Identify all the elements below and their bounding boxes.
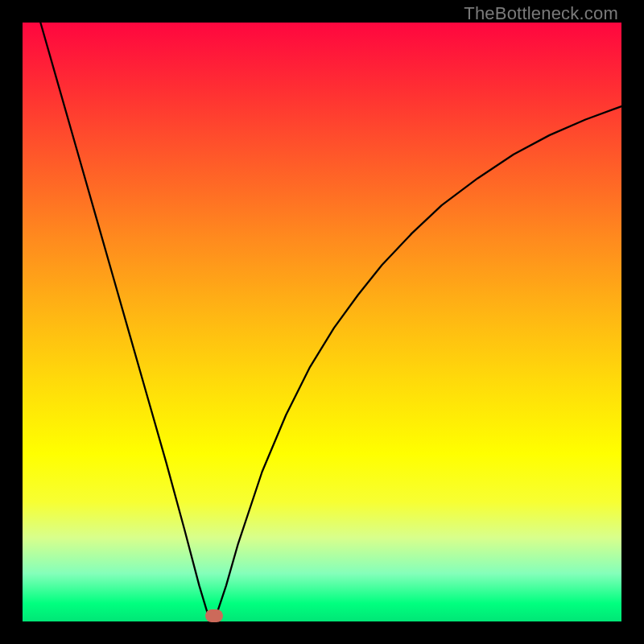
optimum-marker bbox=[205, 609, 223, 622]
curve-right bbox=[214, 106, 621, 621]
curve-layer bbox=[23, 23, 621, 621]
plot-area bbox=[23, 23, 621, 621]
curve-left bbox=[40, 23, 214, 621]
watermark-text: TheBottleneck.com bbox=[464, 3, 618, 24]
chart-frame: TheBottleneck.com bbox=[0, 0, 644, 644]
